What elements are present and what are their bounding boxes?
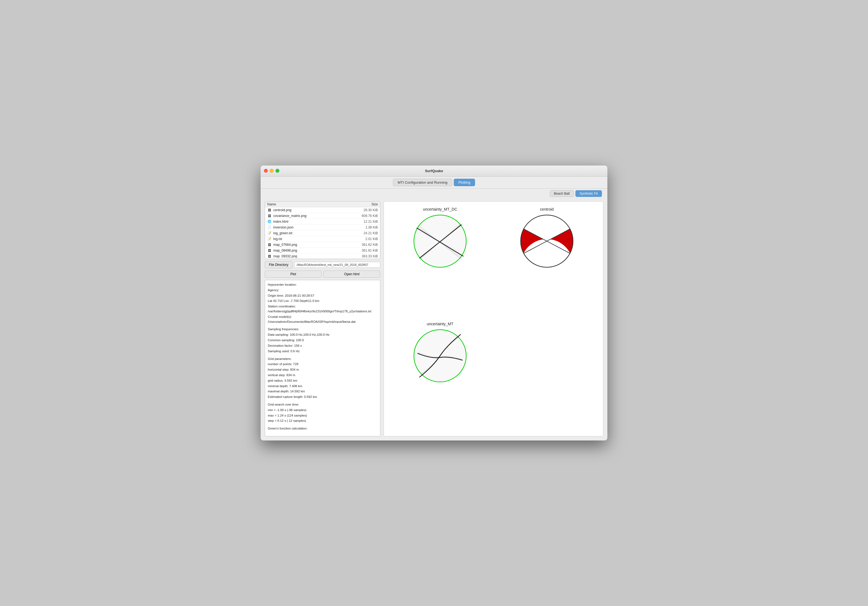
info-section-title: Grid-search over time: — [268, 402, 377, 407]
info-line: Common sampling: 100.0 — [268, 338, 377, 343]
file-size: 1.38 KiB — [350, 226, 378, 229]
info-section-title: Grid parameters: — [268, 357, 377, 362]
info-section-title: Hypocenter location: — [268, 282, 377, 288]
file-type-icon: 🖼 — [267, 254, 272, 258]
plot-circle-uncertainty-mt-dc — [412, 213, 468, 269]
info-line: Origin time: 2018-08-21 00:28:57 — [268, 294, 377, 298]
info-line: Estimated rupture length: 0.592 km — [268, 394, 377, 399]
file-size: 24.21 KiB — [350, 231, 378, 235]
file-name: map_09332.png — [273, 254, 350, 258]
info-line: Station coordinates: /var/folders/gj/jqd… — [268, 304, 377, 314]
file-name: log.txt — [273, 237, 350, 241]
file-size: 609.76 KiB — [350, 214, 378, 218]
list-item[interactable]: 🖼map_09332.png363.33 KiB — [265, 254, 380, 258]
info-section: Hypocenter location: Agency: Origin time… — [268, 282, 377, 325]
file-name: log_green.txt — [273, 231, 350, 235]
info-line: horizontal step: 834 m — [268, 367, 377, 372]
file-type-icon: 🖼 — [267, 248, 272, 253]
list-item[interactable]: 🖼covariance_matrix.png609.76 KiB — [265, 213, 380, 219]
info-section: Grid parameters: number of points: 729 h… — [268, 357, 377, 400]
file-name: map_07664.png — [273, 243, 350, 247]
file-name: centroid.png — [273, 208, 350, 212]
file-type-icon: 🖼 — [267, 208, 272, 212]
btn-beachball[interactable]: Beach Ball — [550, 190, 574, 197]
info-panel: Hypocenter location: Agency: Origin time… — [265, 280, 380, 436]
sub-toolbar: Beach Ball Synthetic Fit — [260, 189, 608, 198]
file-size: 363.33 KiB — [350, 254, 378, 258]
file-list-header: Name Size — [265, 201, 380, 207]
info-line: grid radius: 3.592 km — [268, 378, 377, 383]
info-line: step = 0.12 s ( 12 samples) — [268, 419, 377, 424]
info-line: maximal depth: 14.592 km — [268, 389, 377, 394]
file-size: 28.30 KiB — [350, 208, 378, 212]
plot-title-centroid: centroid — [540, 207, 554, 212]
controls-row: File Directory /iMacROA/testmti/test_mti… — [265, 261, 380, 268]
plot-uncertainty-mt-dc: uncertainty_MT_DC — [389, 207, 491, 269]
tab-plotting[interactable]: Plotting — [454, 179, 475, 186]
info-line: min = -1.00 s (-96 samples) — [268, 408, 377, 413]
list-item[interactable]: 🖼centroid.png28.30 KiB — [265, 207, 380, 213]
info-line: vertical step: 834 m — [268, 373, 377, 378]
minimize-button[interactable] — [270, 169, 274, 173]
file-type-icon: 🖼 — [267, 213, 272, 218]
close-button[interactable] — [264, 169, 268, 173]
info-line: minimal depth: 7.408 km — [268, 384, 377, 389]
list-item[interactable]: 📝log.txt2.01 KiB — [265, 236, 380, 242]
plot-uncertainty-mt: uncertainty_MT — [389, 322, 491, 383]
titlebar: SurfQuake — [260, 165, 608, 176]
info-line: number of points: 729 — [268, 362, 377, 367]
tab-mti[interactable]: MTI Configuration and Running — [393, 179, 452, 186]
plot-circle-centroid — [519, 213, 574, 269]
info-line: Data sampling: 100.0 Hz,100.0 Hz,100.0 H… — [268, 332, 377, 337]
file-size: 361.81 KiB — [350, 249, 378, 252]
file-name: map_08498.png — [273, 249, 350, 252]
left-panel: Name Size 🖼centroid.png28.30 KiB🖼covaria… — [265, 201, 380, 436]
file-type-icon: 🌐 — [267, 220, 272, 224]
file-size: 12.21 KiB — [350, 220, 378, 224]
app-window: SurfQuake MTI Configuration and Running … — [260, 165, 608, 441]
open-html-button[interactable]: Open html — [323, 271, 380, 278]
action-row: Plot Open html — [265, 271, 380, 278]
list-item[interactable]: 🖼map_07664.png361.62 KiB — [265, 242, 380, 248]
btn-syntheticfit[interactable]: Synthetic Fit — [575, 190, 602, 197]
list-item[interactable]: 📄inversion.json1.38 KiB — [265, 225, 380, 230]
list-item[interactable]: 🌐index.html12.21 KiB — [265, 219, 380, 225]
list-item[interactable]: 📝log_green.txt24.21 KiB — [265, 230, 380, 236]
info-line: Sampling used: 0.6 Hz — [268, 349, 377, 354]
file-type-icon: 📝 — [267, 237, 272, 241]
plot-centroid: centroid — [496, 207, 597, 269]
info-line: Decimation factor: 156 x — [268, 343, 377, 348]
main-toolbar: MTI Configuration and Running Plotting — [260, 176, 608, 189]
main-content: Name Size 🖼centroid.png28.30 KiB🖼covaria… — [260, 198, 608, 441]
file-list[interactable]: 🖼centroid.png28.30 KiB🖼covariance_matrix… — [265, 207, 380, 258]
traffic-lights — [264, 169, 279, 173]
info-line: Lat 42.710 Lon -7.700 Depth11.0 km — [268, 298, 377, 303]
list-item[interactable]: 🖼map_08498.png361.81 KiB — [265, 248, 380, 254]
file-type-icon: 📝 — [267, 231, 272, 235]
info-section: Green's function calculation: — [268, 426, 377, 431]
file-type-icon: 🖼 — [267, 243, 272, 247]
file-name: inversion.json — [273, 226, 350, 229]
info-section: Grid-search over time: min = -1.00 s (-9… — [268, 402, 377, 424]
info-line: max = 1.24 s (124 samples) — [268, 413, 377, 418]
file-list-container: Name Size 🖼centroid.png28.30 KiB🖼covaria… — [265, 201, 380, 259]
file-directory-button[interactable]: File Directory — [265, 261, 293, 268]
plot-title-uncertainty-mt: uncertainty_MT — [427, 322, 453, 326]
info-line: Crustal model(s): /Users/admin/Documents… — [268, 315, 377, 325]
file-name: covariance_matrix.png — [273, 214, 350, 218]
plot-button[interactable]: Plot — [265, 271, 322, 278]
file-size: 361.62 KiB — [350, 243, 378, 247]
window-title: SurfQuake — [425, 169, 443, 173]
plot-circle-uncertainty-mt — [412, 328, 468, 383]
info-section: Sampling frequencies: Data sampling: 100… — [268, 327, 377, 354]
info-section-title: Green's function calculation: — [268, 426, 377, 431]
right-panel: uncertainty_MT_DC — [384, 201, 603, 436]
info-line: Agency: — [268, 288, 377, 293]
info-section-title: Sampling frequencies: — [268, 327, 377, 332]
col-header-name: Name — [267, 203, 350, 206]
plot-title-uncertainty-mt-dc: uncertainty_MT_DC — [423, 207, 457, 212]
col-header-size: Size — [350, 203, 378, 206]
file-type-icon: 📄 — [267, 225, 272, 230]
file-size: 2.01 KiB — [350, 237, 378, 241]
maximize-button[interactable] — [276, 169, 279, 173]
